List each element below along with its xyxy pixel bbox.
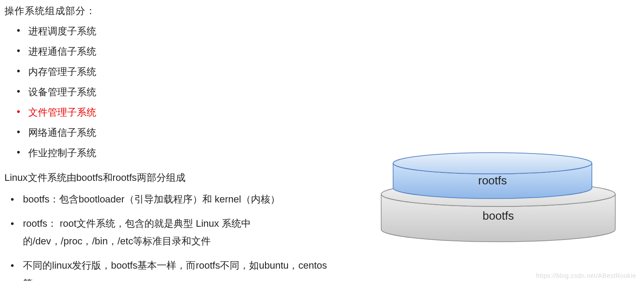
svg-point-1 (393, 153, 592, 174)
os-item: 作业控制子系统 (17, 146, 336, 160)
fs-item: 不同的linux发行版，bootfs基本一样，而rootfs不同，如ubuntu… (4, 257, 336, 281)
rootfs-label: rootfs (478, 174, 507, 187)
os-heading: 操作系统组成部分： (4, 4, 336, 18)
fs-heading: Linux文件系统由bootfs和rootfs两部分组成 (4, 171, 336, 184)
os-item: 进程调度子系统 (17, 25, 336, 38)
rootfs-cylinder: rootfs (393, 153, 592, 199)
bootfs-label: bootfs (483, 209, 514, 222)
fs-list: bootfs：包含bootloader（引导加载程序）和 kernel（内核） … (4, 191, 336, 281)
fs-item: bootfs：包含bootloader（引导加载程序）和 kernel（内核） (4, 191, 336, 209)
fs-item: rootfs： root文件系统，包含的就是典型 Linux 系统中的/dev，… (4, 215, 336, 251)
os-item: 网络通信子系统 (17, 126, 336, 139)
watermark: https://blog.csdn.net/ABestRookie (536, 272, 636, 279)
os-item: 内存管理子系统 (17, 65, 336, 79)
os-item: 进程通信子系统 (17, 45, 336, 58)
os-item-highlighted: 文件管理子系统 (17, 106, 336, 119)
diagram-svg: bootfs rootfs (361, 150, 635, 251)
os-item: 设备管理子系统 (17, 86, 336, 99)
content-left: 操作系统组成部分： 进程调度子系统 进程通信子系统 内存管理子系统 设备管理子系… (0, 0, 336, 281)
os-component-list: 进程调度子系统 进程通信子系统 内存管理子系统 设备管理子系统 文件管理子系统 … (17, 25, 336, 160)
stacked-cylinders-diagram: bootfs rootfs (361, 150, 635, 251)
